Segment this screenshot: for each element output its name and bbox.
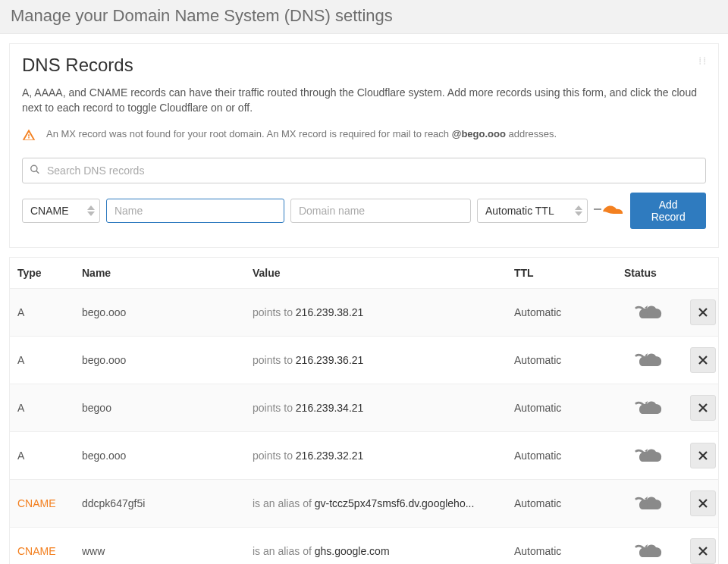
cell-type[interactable]: A bbox=[13, 354, 77, 366]
delete-button[interactable] bbox=[690, 538, 716, 564]
cell-value[interactable]: points to 216.239.38.21 bbox=[248, 306, 510, 318]
table-row: Abego.ooopoints to 216.239.38.21Automati… bbox=[10, 288, 718, 336]
cell-ttl[interactable]: Automatic bbox=[510, 497, 620, 509]
cell-type[interactable]: A bbox=[13, 306, 77, 318]
record-type-value: CNAME bbox=[30, 205, 69, 217]
search-input[interactable] bbox=[22, 158, 706, 183]
proxy-status-toggle[interactable] bbox=[620, 446, 680, 465]
ttl-value: Automatic TTL bbox=[485, 205, 554, 217]
record-domain-input[interactable] bbox=[290, 199, 471, 223]
header-type: Type bbox=[13, 267, 77, 279]
svg-line-1 bbox=[36, 171, 39, 174]
card-drag-handle[interactable]: ⁞⁞ bbox=[698, 55, 708, 67]
cell-value[interactable]: is an alias of ghs.google.com bbox=[248, 545, 510, 557]
cell-name[interactable]: www bbox=[77, 545, 248, 557]
card-description: A, AAAA, and CNAME records can have thei… bbox=[22, 85, 706, 116]
header-status: Status bbox=[620, 267, 680, 279]
delete-button[interactable] bbox=[690, 347, 716, 373]
header-name: Name bbox=[77, 267, 248, 279]
table-row: CNAMEwwwis an alias of ghs.google.comAut… bbox=[10, 527, 718, 564]
records-table: Type Name Value TTL Status Abego.ooopoin… bbox=[9, 257, 719, 564]
delete-button[interactable] bbox=[690, 395, 716, 421]
proxy-status-toggle[interactable] bbox=[620, 542, 680, 560]
header-ttl: TTL bbox=[510, 267, 620, 279]
cell-type[interactable]: A bbox=[13, 450, 77, 462]
dns-records-card: ⁞⁞ DNS Records A, AAAA, and CNAME record… bbox=[9, 43, 719, 248]
page-header: Manage your Domain Name System (DNS) set… bbox=[0, 0, 728, 34]
card-title: DNS Records bbox=[22, 55, 706, 76]
cell-type[interactable]: CNAME bbox=[13, 545, 77, 557]
header-value: Value bbox=[248, 267, 510, 279]
cell-ttl[interactable]: Automatic bbox=[510, 306, 620, 318]
mx-warning: An MX record was not found for your root… bbox=[22, 128, 706, 144]
delete-button[interactable] bbox=[690, 443, 716, 468]
cell-value[interactable]: points to 216.239.34.21 bbox=[248, 402, 510, 414]
proxy-status-toggle[interactable] bbox=[620, 351, 680, 369]
ttl-select[interactable]: Automatic TTL bbox=[477, 199, 588, 223]
svg-point-0 bbox=[31, 165, 37, 171]
table-row: Abegoopoints to 216.239.34.21Automatic bbox=[10, 384, 718, 431]
search-icon bbox=[30, 164, 40, 177]
warning-prefix: An MX record was not found for your root… bbox=[46, 128, 452, 139]
search-wrap bbox=[22, 158, 706, 183]
cell-type[interactable]: A bbox=[13, 402, 77, 414]
table-row: Abego.ooopoints to 216.239.32.21Automati… bbox=[10, 431, 718, 479]
cell-ttl[interactable]: Automatic bbox=[510, 354, 620, 366]
table-header-row: Type Name Value TTL Status bbox=[10, 257, 718, 288]
cell-name[interactable]: bego.ooo bbox=[77, 306, 248, 318]
record-name-input[interactable] bbox=[106, 199, 284, 223]
warning-domain: @bego.ooo bbox=[452, 128, 506, 139]
cell-name[interactable]: begoo bbox=[77, 402, 248, 414]
add-record-form: CNAME Automatic TTL Add Record bbox=[22, 193, 706, 229]
cell-name[interactable]: bego.ooo bbox=[77, 450, 248, 462]
table-row: CNAMEddcpk647gf5iis an alias of gv-tccz5… bbox=[10, 479, 718, 527]
cloudflare-proxy-toggle[interactable] bbox=[594, 202, 624, 219]
proxy-status-toggle[interactable] bbox=[620, 399, 680, 417]
cell-ttl[interactable]: Automatic bbox=[510, 545, 620, 557]
cell-ttl[interactable]: Automatic bbox=[510, 450, 620, 462]
warning-suffix: addresses. bbox=[506, 128, 557, 139]
delete-button[interactable] bbox=[690, 490, 716, 516]
cell-name[interactable]: bego.ooo bbox=[77, 354, 248, 366]
chevron-updown-icon bbox=[575, 205, 582, 216]
table-row: Abego.ooopoints to 216.239.36.21Automati… bbox=[10, 336, 718, 384]
delete-button[interactable] bbox=[690, 299, 716, 325]
chevron-updown-icon bbox=[87, 205, 95, 216]
cell-value[interactable]: points to 216.239.32.21 bbox=[248, 450, 510, 462]
cell-ttl[interactable]: Automatic bbox=[510, 402, 620, 414]
cell-name[interactable]: ddcpk647gf5i bbox=[77, 497, 248, 509]
cell-value[interactable]: points to 216.239.36.21 bbox=[248, 354, 510, 366]
proxy-status-toggle[interactable] bbox=[620, 303, 680, 321]
cell-value[interactable]: is an alias of gv-tccz5px47smsf6.dv.goog… bbox=[248, 497, 510, 509]
warning-text: An MX record was not found for your root… bbox=[46, 128, 557, 139]
warning-icon bbox=[22, 128, 36, 144]
add-record-button[interactable]: Add Record bbox=[630, 193, 706, 229]
proxy-status-toggle[interactable] bbox=[620, 494, 680, 512]
record-type-select[interactable]: CNAME bbox=[22, 199, 100, 223]
cell-type[interactable]: CNAME bbox=[13, 497, 77, 509]
page-title: Manage your Domain Name System (DNS) set… bbox=[11, 6, 717, 26]
